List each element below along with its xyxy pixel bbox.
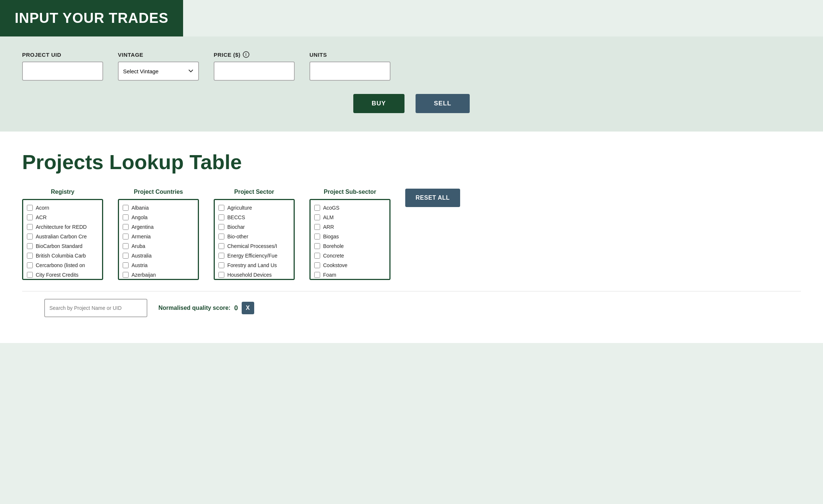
- country-armenia-checkbox[interactable]: [123, 234, 129, 239]
- trade-buttons-row: BUY SELL: [22, 94, 801, 113]
- list-item[interactable]: Household Devices: [217, 270, 291, 280]
- registry-biocarbon-checkbox[interactable]: [27, 243, 33, 249]
- country-aruba-checkbox[interactable]: [123, 243, 129, 249]
- list-item[interactable]: Forestry and Land Us: [217, 260, 291, 270]
- vintage-label: VINTAGE: [118, 52, 199, 58]
- page-title: INPUT YOUR TRADES: [15, 10, 168, 26]
- lookup-section: Projects Lookup Table Registry Acorn ACR…: [0, 132, 823, 343]
- list-item[interactable]: Australia: [121, 251, 196, 260]
- subsector-cookstove-checkbox[interactable]: [314, 262, 320, 268]
- project-uid-group: PROJECT UID: [22, 52, 103, 81]
- list-item[interactable]: Bio-other: [217, 232, 291, 241]
- list-item[interactable]: ALM: [313, 213, 387, 222]
- price-input[interactable]: [214, 62, 295, 81]
- list-item[interactable]: Foam: [313, 270, 387, 280]
- registry-city-forest-checkbox[interactable]: [27, 272, 33, 278]
- subsector-list[interactable]: AcoGS ALM ARR Biogas Borehole: [309, 199, 391, 280]
- list-item[interactable]: Azerbaijan: [121, 270, 196, 280]
- price-info-icon[interactable]: i: [243, 51, 249, 58]
- subsector-foam-checkbox[interactable]: [314, 272, 320, 278]
- country-albania-checkbox[interactable]: [123, 205, 129, 211]
- quality-score-label: Normalised quality score:: [158, 305, 231, 311]
- filter-row: Registry Acorn ACR Architecture for REDD…: [22, 189, 801, 280]
- country-austria-checkbox[interactable]: [123, 262, 129, 268]
- top-banner: INPUT YOUR TRADES: [0, 0, 183, 36]
- list-item[interactable]: Borehole: [313, 241, 387, 251]
- list-item[interactable]: Cookstove: [313, 260, 387, 270]
- sector-beccs-checkbox[interactable]: [218, 214, 224, 220]
- subsector-label: Project Sub-sector: [309, 189, 391, 195]
- vintage-select[interactable]: Select Vintage 2015 2016 2017 2018 2019 …: [118, 62, 199, 81]
- countries-list[interactable]: Albania Angola Argentina Armenia Aruba: [118, 199, 199, 280]
- sector-chemical-checkbox[interactable]: [218, 243, 224, 249]
- subsector-arr-checkbox[interactable]: [314, 224, 320, 230]
- registry-acr-checkbox[interactable]: [27, 214, 33, 220]
- list-item[interactable]: Argentina: [121, 222, 196, 232]
- project-uid-input[interactable]: [22, 62, 103, 81]
- subsector-alm-checkbox[interactable]: [314, 214, 320, 220]
- country-angola-checkbox[interactable]: [123, 214, 129, 220]
- list-item[interactable]: BioCarbon Standard: [25, 241, 100, 251]
- reset-button-wrapper: RESET ALL: [405, 189, 460, 209]
- buy-button[interactable]: BUY: [353, 94, 405, 113]
- units-input[interactable]: [309, 62, 391, 81]
- search-input[interactable]: [44, 299, 147, 317]
- list-item[interactable]: Armenia: [121, 232, 196, 241]
- list-item[interactable]: Cercarbono (listed on: [25, 260, 100, 270]
- reset-all-button[interactable]: RESET ALL: [405, 189, 460, 207]
- vintage-group: VINTAGE Select Vintage 2015 2016 2017 20…: [118, 52, 199, 81]
- sector-forestry-checkbox[interactable]: [218, 262, 224, 268]
- registry-cercarbono-checkbox[interactable]: [27, 262, 33, 268]
- registry-filter-col: Registry Acorn ACR Architecture for REDD…: [22, 189, 103, 280]
- country-azerbaijan-checkbox[interactable]: [123, 272, 129, 278]
- input-section: PROJECT UID VINTAGE Select Vintage 2015 …: [0, 36, 823, 132]
- list-item[interactable]: Albania: [121, 203, 196, 213]
- list-item[interactable]: BECCS: [217, 213, 291, 222]
- list-item[interactable]: Concrete: [313, 251, 387, 260]
- sector-filter-col: Project Sector Agriculture BECCS Biochar…: [214, 189, 295, 280]
- list-item[interactable]: Agriculture: [217, 203, 291, 213]
- registry-arch-redd-checkbox[interactable]: [27, 224, 33, 230]
- registry-bc-carb-checkbox[interactable]: [27, 253, 33, 259]
- subsector-biogas-checkbox[interactable]: [314, 234, 320, 239]
- sector-list[interactable]: Agriculture BECCS Biochar Bio-other Chem…: [214, 199, 295, 280]
- registry-acorn-checkbox[interactable]: [27, 205, 33, 211]
- registry-list[interactable]: Acorn ACR Architecture for REDD Australi…: [22, 199, 103, 280]
- sell-button[interactable]: SELL: [416, 94, 470, 113]
- sector-energy-efficiency-checkbox[interactable]: [218, 253, 224, 259]
- quality-score-value: 0: [234, 304, 238, 312]
- quality-score-group: Normalised quality score: 0 X: [158, 302, 254, 314]
- sector-bio-other-checkbox[interactable]: [218, 234, 224, 239]
- list-item[interactable]: Austria: [121, 260, 196, 270]
- list-item[interactable]: City Forest Credits: [25, 270, 100, 280]
- list-item[interactable]: Acorn: [25, 203, 100, 213]
- list-item[interactable]: Australian Carbon Cre: [25, 232, 100, 241]
- list-item[interactable]: Architecture for REDD: [25, 222, 100, 232]
- registry-aus-carbon-checkbox[interactable]: [27, 234, 33, 239]
- sector-label: Project Sector: [214, 189, 295, 195]
- list-item[interactable]: Biochar: [217, 222, 291, 232]
- list-item[interactable]: Energy Efficiency/Fue: [217, 251, 291, 260]
- bottom-bar: Normalised quality score: 0 X: [22, 291, 801, 328]
- country-australia-checkbox[interactable]: [123, 253, 129, 259]
- subsector-concrete-checkbox[interactable]: [314, 253, 320, 259]
- score-x-button[interactable]: X: [242, 302, 254, 314]
- list-item[interactable]: AcoGS: [313, 203, 387, 213]
- list-item[interactable]: Biogas: [313, 232, 387, 241]
- countries-label: Project Countries: [118, 189, 199, 195]
- country-argentina-checkbox[interactable]: [123, 224, 129, 230]
- sector-household-checkbox[interactable]: [218, 272, 224, 278]
- sector-biochar-checkbox[interactable]: [218, 224, 224, 230]
- lookup-title: Projects Lookup Table: [22, 150, 801, 174]
- subsector-borehole-checkbox[interactable]: [314, 243, 320, 249]
- subsector-acogs-checkbox[interactable]: [314, 205, 320, 211]
- list-item[interactable]: Aruba: [121, 241, 196, 251]
- registry-label: Registry: [22, 189, 103, 195]
- list-item[interactable]: ARR: [313, 222, 387, 232]
- units-group: UNITS: [309, 52, 391, 81]
- list-item[interactable]: ACR: [25, 213, 100, 222]
- list-item[interactable]: Angola: [121, 213, 196, 222]
- list-item[interactable]: British Columbia Carb: [25, 251, 100, 260]
- list-item[interactable]: Chemical Processes/I: [217, 241, 291, 251]
- sector-agriculture-checkbox[interactable]: [218, 205, 224, 211]
